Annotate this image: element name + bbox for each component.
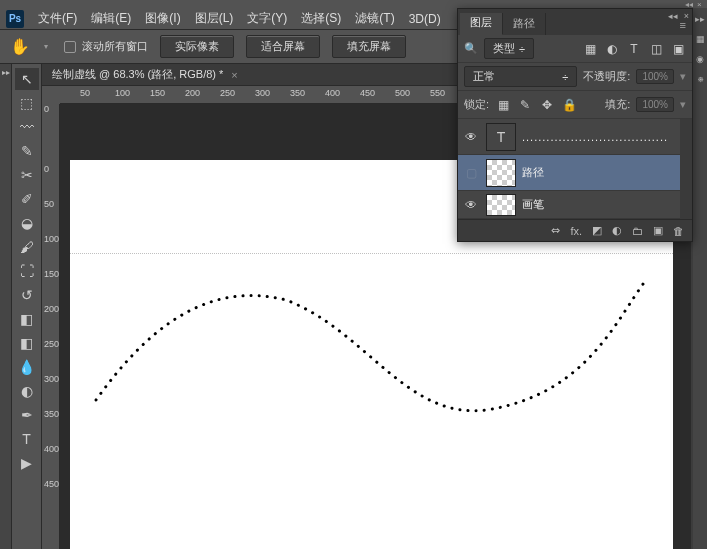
brush-tool[interactable]: 🖌 — [15, 236, 39, 258]
opacity-value[interactable]: 100% — [636, 69, 674, 84]
panel-close-icon[interactable]: × — [684, 11, 689, 21]
tab-layers[interactable]: 图层 — [460, 11, 503, 35]
dock-panel-icon[interactable]: ▦ — [696, 34, 705, 44]
layers-scrollbar[interactable] — [680, 119, 692, 219]
filter-adjust-icon[interactable]: ◐ — [604, 41, 620, 57]
adjustment-icon[interactable]: ◐ — [612, 224, 622, 237]
ruler-tick: 500 — [395, 88, 410, 98]
delete-layer-icon[interactable]: 🗑 — [673, 225, 684, 237]
dock-expand-icon[interactable]: ▸▸ — [695, 14, 705, 24]
ruler-tick: 300 — [255, 88, 270, 98]
menu-filter[interactable]: 滤镜(T) — [355, 10, 394, 27]
layer-row[interactable]: 👁 画笔 — [458, 191, 680, 219]
layer-name[interactable]: .................................... — [522, 131, 668, 143]
ruler-tick: 50 — [44, 199, 54, 209]
dock-panel-icon[interactable]: ⎈ — [698, 74, 703, 84]
filter-shape-icon[interactable]: ◫ — [648, 41, 664, 57]
lock-label: 锁定: — [464, 97, 489, 112]
heal-tool[interactable]: ◒ — [15, 212, 39, 234]
scroll-all-checkbox[interactable] — [64, 41, 76, 53]
ruler-tick: 300 — [44, 374, 59, 384]
history-brush-tool[interactable]: ↺ — [15, 284, 39, 306]
ruler-tick: 200 — [185, 88, 200, 98]
visibility-icon[interactable]: ▢ — [462, 166, 480, 180]
visibility-icon[interactable]: 👁 — [462, 130, 480, 144]
gradient-tool[interactable]: ◧ — [15, 332, 39, 354]
ruler-tick: 450 — [44, 479, 59, 489]
fill-screen-button[interactable]: 填充屏幕 — [332, 35, 406, 58]
dodge-tool[interactable]: ◐ — [15, 380, 39, 402]
tab-paths[interactable]: 路径 — [503, 12, 546, 35]
ruler-tick: 550 — [430, 88, 445, 98]
filter-type-icon[interactable]: T — [626, 41, 642, 57]
guide-line[interactable] — [70, 253, 673, 254]
document-title: 绘制虚线 @ 68.3% (路径, RGB/8) * — [52, 67, 223, 82]
menu-type[interactable]: 文字(Y) — [247, 10, 287, 27]
fit-screen-button[interactable]: 适合屏幕 — [246, 35, 320, 58]
lock-all-icon[interactable]: 🔒 — [561, 97, 577, 113]
fx-icon[interactable]: fx. — [570, 225, 582, 237]
ruler-tick: 0 — [44, 164, 49, 174]
lock-paint-icon[interactable]: ✎ — [517, 97, 533, 113]
pen-tool[interactable]: ✒ — [15, 404, 39, 426]
ruler-tick: 200 — [44, 304, 59, 314]
menu-select[interactable]: 选择(S) — [301, 10, 341, 27]
ruler-tick: 350 — [290, 88, 305, 98]
path-select-tool[interactable]: ▶ — [15, 452, 39, 474]
ruler-tick: 50 — [80, 88, 90, 98]
layer-thumb — [486, 159, 516, 187]
menu-file[interactable]: 文件(F) — [38, 10, 77, 27]
menu-layer[interactable]: 图层(L) — [195, 10, 234, 27]
menu-image[interactable]: 图像(I) — [145, 10, 180, 27]
crop-tool[interactable]: ✂ — [15, 164, 39, 186]
filter-kind-dropdown[interactable]: 类型÷ — [484, 38, 534, 59]
visibility-icon[interactable]: 👁 — [462, 198, 480, 212]
ruler-tick: 150 — [150, 88, 165, 98]
lock-trans-icon[interactable]: ▦ — [495, 97, 511, 113]
move-tool[interactable]: ↖ — [15, 68, 39, 90]
ruler-tick: 350 — [44, 409, 59, 419]
app-logo: Ps — [6, 10, 24, 28]
ruler-vertical: 0 0 50 100 150 200 250 300 350 400 450 — [42, 104, 60, 549]
hand-tool-icon: ✋ — [8, 35, 32, 59]
actual-pixels-button[interactable]: 实际像素 — [160, 35, 234, 58]
filter-pixel-icon[interactable]: ▦ — [582, 41, 598, 57]
eraser-tool[interactable]: ◧ — [15, 308, 39, 330]
expand-icon[interactable]: ▸▸ — [2, 68, 10, 549]
right-dock: ▸▸ ▦ ◉ ⎈ — [693, 8, 707, 549]
close-tab-icon[interactable]: × — [231, 69, 237, 81]
mask-icon[interactable]: ◩ — [592, 224, 602, 237]
menu-edit[interactable]: 编辑(E) — [91, 10, 131, 27]
layers-footer: ⇔ fx. ◩ ◐ 🗀 ▣ 🗑 — [458, 219, 692, 241]
tool-preset-dropdown[interactable]: ▾ — [44, 42, 52, 51]
lasso-tool[interactable]: 〰 — [15, 116, 39, 138]
fill-value[interactable]: 100% — [636, 97, 674, 112]
search-icon: 🔍 — [464, 42, 478, 55]
filter-smart-icon[interactable]: ▣ — [670, 41, 686, 57]
lock-pos-icon[interactable]: ✥ — [539, 97, 555, 113]
layer-row[interactable]: 👁 T .................................... — [458, 119, 680, 155]
ruler-tick: 150 — [44, 269, 59, 279]
scroll-all-label: 滚动所有窗口 — [82, 39, 148, 54]
layer-filter-row: 🔍 类型÷ ▦ ◐ T ◫ ▣ — [458, 35, 692, 63]
new-layer-icon[interactable]: ▣ — [653, 224, 663, 237]
quick-select-tool[interactable]: ✎ — [15, 140, 39, 162]
type-tool[interactable]: T — [15, 428, 39, 450]
layer-name[interactable]: 画笔 — [522, 197, 544, 212]
layer-row[interactable]: ▢ 路径 — [458, 155, 680, 191]
marquee-tool[interactable]: ⬚ — [15, 92, 39, 114]
opacity-label: 不透明度: — [583, 69, 630, 84]
left-dock-strip: ▸▸ — [0, 64, 12, 549]
blend-mode-dropdown[interactable]: 正常÷ — [464, 66, 577, 87]
eyedropper-tool[interactable]: ✐ — [15, 188, 39, 210]
blur-tool[interactable]: 💧 — [15, 356, 39, 378]
menu-3d[interactable]: 3D(D) — [409, 12, 441, 26]
panel-collapse-icon[interactable]: ◂◂ — [668, 11, 678, 21]
link-layers-icon[interactable]: ⇔ — [551, 224, 560, 237]
ruler-tick: 250 — [44, 339, 59, 349]
stamp-tool[interactable]: ⛶ — [15, 260, 39, 282]
dock-panel-icon[interactable]: ◉ — [696, 54, 704, 64]
blend-row: 正常÷ 不透明度: 100% ▾ — [458, 63, 692, 91]
group-icon[interactable]: 🗀 — [632, 225, 643, 237]
layer-name[interactable]: 路径 — [522, 165, 544, 180]
